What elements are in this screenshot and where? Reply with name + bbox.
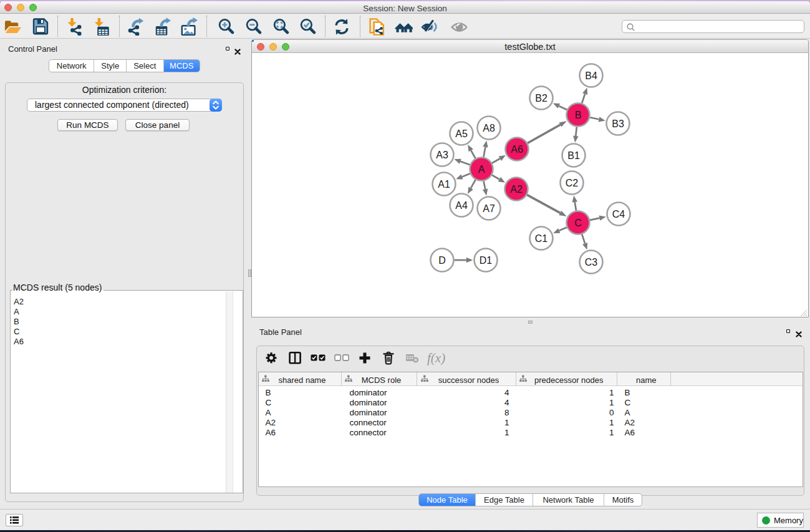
svg-text:B2: B2 xyxy=(535,93,547,104)
svg-text:A: A xyxy=(478,164,485,175)
svg-text:A3: A3 xyxy=(436,150,448,160)
svg-text:B4: B4 xyxy=(585,70,597,81)
svg-text:A4: A4 xyxy=(455,200,468,211)
svg-text:B: B xyxy=(575,110,582,120)
svg-text:A5: A5 xyxy=(455,128,468,139)
svg-text:A7: A7 xyxy=(483,203,495,214)
svg-text:A8: A8 xyxy=(483,123,495,133)
svg-text:A2: A2 xyxy=(510,184,523,195)
svg-text:B1: B1 xyxy=(567,150,580,161)
svg-text:C4: C4 xyxy=(612,209,625,220)
svg-text:C3: C3 xyxy=(585,257,598,268)
svg-text:C: C xyxy=(574,218,582,228)
svg-text:D: D xyxy=(438,255,446,266)
svg-text:A6: A6 xyxy=(511,144,523,155)
svg-text:D1: D1 xyxy=(480,255,493,266)
svg-text:f(x): f(x) xyxy=(427,351,445,365)
svg-text:A1: A1 xyxy=(438,179,450,190)
svg-text:B3: B3 xyxy=(612,118,624,129)
svg-text:C1: C1 xyxy=(535,233,548,244)
svg-text:C2: C2 xyxy=(566,178,579,188)
